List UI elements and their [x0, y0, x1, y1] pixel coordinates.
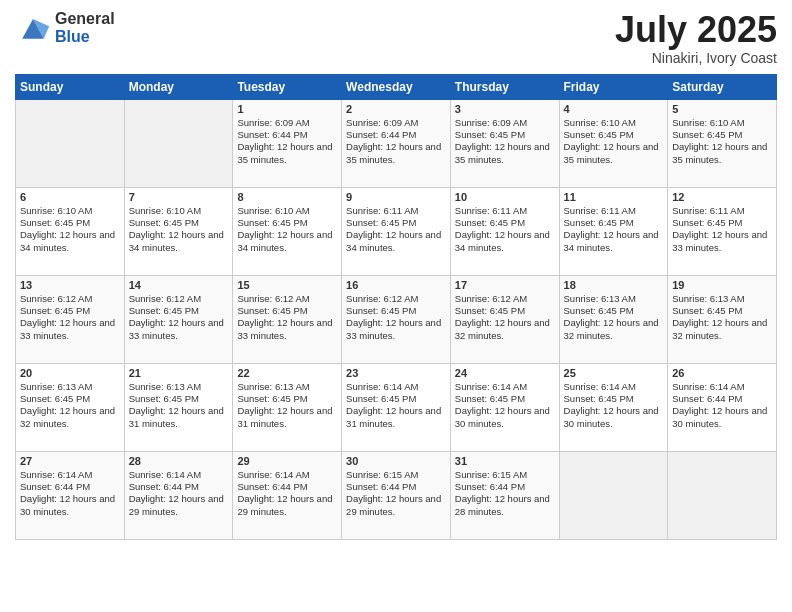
calendar-week-row: 6Sunrise: 6:10 AM Sunset: 6:45 PM Daylig…: [16, 187, 777, 275]
calendar-cell: 6Sunrise: 6:10 AM Sunset: 6:45 PM Daylig…: [16, 187, 125, 275]
calendar-header-row: Sunday Monday Tuesday Wednesday Thursday…: [16, 74, 777, 99]
calendar-cell: 10Sunrise: 6:11 AM Sunset: 6:45 PM Dayli…: [450, 187, 559, 275]
cell-info: Sunrise: 6:12 AM Sunset: 6:45 PM Dayligh…: [129, 293, 229, 342]
logo-general-text: General: [55, 10, 115, 28]
cell-info: Sunrise: 6:14 AM Sunset: 6:44 PM Dayligh…: [20, 469, 120, 518]
calendar-cell: 27Sunrise: 6:14 AM Sunset: 6:44 PM Dayli…: [16, 451, 125, 539]
calendar-cell: 7Sunrise: 6:10 AM Sunset: 6:45 PM Daylig…: [124, 187, 233, 275]
day-number: 2: [346, 103, 446, 115]
cell-info: Sunrise: 6:13 AM Sunset: 6:45 PM Dayligh…: [20, 381, 120, 430]
calendar-cell: 24Sunrise: 6:14 AM Sunset: 6:45 PM Dayli…: [450, 363, 559, 451]
cell-info: Sunrise: 6:12 AM Sunset: 6:45 PM Dayligh…: [237, 293, 337, 342]
day-number: 22: [237, 367, 337, 379]
cell-info: Sunrise: 6:11 AM Sunset: 6:45 PM Dayligh…: [455, 205, 555, 254]
cell-info: Sunrise: 6:10 AM Sunset: 6:45 PM Dayligh…: [672, 117, 772, 166]
calendar-cell: 31Sunrise: 6:15 AM Sunset: 6:44 PM Dayli…: [450, 451, 559, 539]
cell-info: Sunrise: 6:10 AM Sunset: 6:45 PM Dayligh…: [20, 205, 120, 254]
calendar-cell: 12Sunrise: 6:11 AM Sunset: 6:45 PM Dayli…: [668, 187, 777, 275]
col-monday: Monday: [124, 74, 233, 99]
calendar-table: Sunday Monday Tuesday Wednesday Thursday…: [15, 74, 777, 540]
calendar-cell: 9Sunrise: 6:11 AM Sunset: 6:45 PM Daylig…: [342, 187, 451, 275]
calendar-cell: 17Sunrise: 6:12 AM Sunset: 6:45 PM Dayli…: [450, 275, 559, 363]
cell-info: Sunrise: 6:12 AM Sunset: 6:45 PM Dayligh…: [455, 293, 555, 342]
logo-icon: [15, 10, 51, 46]
day-number: 31: [455, 455, 555, 467]
calendar-week-row: 1Sunrise: 6:09 AM Sunset: 6:44 PM Daylig…: [16, 99, 777, 187]
day-number: 21: [129, 367, 229, 379]
day-number: 28: [129, 455, 229, 467]
day-number: 25: [564, 367, 664, 379]
header: General Blue July 2025 Ninakiri, Ivory C…: [15, 10, 777, 66]
cell-info: Sunrise: 6:14 AM Sunset: 6:44 PM Dayligh…: [672, 381, 772, 430]
calendar-cell: 30Sunrise: 6:15 AM Sunset: 6:44 PM Dayli…: [342, 451, 451, 539]
title-month: July 2025: [615, 10, 777, 50]
day-number: 26: [672, 367, 772, 379]
calendar-cell: 25Sunrise: 6:14 AM Sunset: 6:45 PM Dayli…: [559, 363, 668, 451]
col-wednesday: Wednesday: [342, 74, 451, 99]
cell-info: Sunrise: 6:13 AM Sunset: 6:45 PM Dayligh…: [129, 381, 229, 430]
calendar-cell: 16Sunrise: 6:12 AM Sunset: 6:45 PM Dayli…: [342, 275, 451, 363]
day-number: 17: [455, 279, 555, 291]
cell-info: Sunrise: 6:13 AM Sunset: 6:45 PM Dayligh…: [564, 293, 664, 342]
cell-info: Sunrise: 6:12 AM Sunset: 6:45 PM Dayligh…: [20, 293, 120, 342]
logo: General Blue: [15, 10, 115, 46]
day-number: 4: [564, 103, 664, 115]
col-thursday: Thursday: [450, 74, 559, 99]
calendar-cell: [124, 99, 233, 187]
cell-info: Sunrise: 6:11 AM Sunset: 6:45 PM Dayligh…: [346, 205, 446, 254]
day-number: 9: [346, 191, 446, 203]
calendar-cell: [16, 99, 125, 187]
calendar-cell: 26Sunrise: 6:14 AM Sunset: 6:44 PM Dayli…: [668, 363, 777, 451]
day-number: 16: [346, 279, 446, 291]
cell-info: Sunrise: 6:09 AM Sunset: 6:44 PM Dayligh…: [237, 117, 337, 166]
cell-info: Sunrise: 6:14 AM Sunset: 6:44 PM Dayligh…: [129, 469, 229, 518]
cell-info: Sunrise: 6:13 AM Sunset: 6:45 PM Dayligh…: [237, 381, 337, 430]
calendar-cell: 22Sunrise: 6:13 AM Sunset: 6:45 PM Dayli…: [233, 363, 342, 451]
day-number: 11: [564, 191, 664, 203]
cell-info: Sunrise: 6:11 AM Sunset: 6:45 PM Dayligh…: [564, 205, 664, 254]
cell-info: Sunrise: 6:14 AM Sunset: 6:44 PM Dayligh…: [237, 469, 337, 518]
cell-info: Sunrise: 6:13 AM Sunset: 6:45 PM Dayligh…: [672, 293, 772, 342]
calendar-cell: 23Sunrise: 6:14 AM Sunset: 6:45 PM Dayli…: [342, 363, 451, 451]
day-number: 30: [346, 455, 446, 467]
calendar-week-row: 20Sunrise: 6:13 AM Sunset: 6:45 PM Dayli…: [16, 363, 777, 451]
cell-info: Sunrise: 6:12 AM Sunset: 6:45 PM Dayligh…: [346, 293, 446, 342]
page: General Blue July 2025 Ninakiri, Ivory C…: [0, 0, 792, 612]
calendar-cell: 18Sunrise: 6:13 AM Sunset: 6:45 PM Dayli…: [559, 275, 668, 363]
day-number: 3: [455, 103, 555, 115]
cell-info: Sunrise: 6:10 AM Sunset: 6:45 PM Dayligh…: [129, 205, 229, 254]
day-number: 1: [237, 103, 337, 115]
day-number: 12: [672, 191, 772, 203]
day-number: 6: [20, 191, 120, 203]
day-number: 7: [129, 191, 229, 203]
calendar-cell: 11Sunrise: 6:11 AM Sunset: 6:45 PM Dayli…: [559, 187, 668, 275]
day-number: 15: [237, 279, 337, 291]
calendar-cell: 28Sunrise: 6:14 AM Sunset: 6:44 PM Dayli…: [124, 451, 233, 539]
day-number: 23: [346, 367, 446, 379]
day-number: 27: [20, 455, 120, 467]
day-number: 14: [129, 279, 229, 291]
calendar-cell: 15Sunrise: 6:12 AM Sunset: 6:45 PM Dayli…: [233, 275, 342, 363]
cell-info: Sunrise: 6:15 AM Sunset: 6:44 PM Dayligh…: [346, 469, 446, 518]
calendar-cell: 8Sunrise: 6:10 AM Sunset: 6:45 PM Daylig…: [233, 187, 342, 275]
calendar-cell: 19Sunrise: 6:13 AM Sunset: 6:45 PM Dayli…: [668, 275, 777, 363]
cell-info: Sunrise: 6:14 AM Sunset: 6:45 PM Dayligh…: [564, 381, 664, 430]
cell-info: Sunrise: 6:14 AM Sunset: 6:45 PM Dayligh…: [346, 381, 446, 430]
day-number: 8: [237, 191, 337, 203]
calendar-cell: 13Sunrise: 6:12 AM Sunset: 6:45 PM Dayli…: [16, 275, 125, 363]
calendar-cell: [559, 451, 668, 539]
calendar-cell: 21Sunrise: 6:13 AM Sunset: 6:45 PM Dayli…: [124, 363, 233, 451]
title-location: Ninakiri, Ivory Coast: [615, 50, 777, 66]
day-number: 29: [237, 455, 337, 467]
calendar-cell: 3Sunrise: 6:09 AM Sunset: 6:45 PM Daylig…: [450, 99, 559, 187]
calendar-cell: 14Sunrise: 6:12 AM Sunset: 6:45 PM Dayli…: [124, 275, 233, 363]
day-number: 24: [455, 367, 555, 379]
cell-info: Sunrise: 6:10 AM Sunset: 6:45 PM Dayligh…: [564, 117, 664, 166]
calendar-cell: 20Sunrise: 6:13 AM Sunset: 6:45 PM Dayli…: [16, 363, 125, 451]
title-block: July 2025 Ninakiri, Ivory Coast: [615, 10, 777, 66]
col-tuesday: Tuesday: [233, 74, 342, 99]
calendar-cell: 2Sunrise: 6:09 AM Sunset: 6:44 PM Daylig…: [342, 99, 451, 187]
day-number: 13: [20, 279, 120, 291]
day-number: 5: [672, 103, 772, 115]
calendar-cell: [668, 451, 777, 539]
